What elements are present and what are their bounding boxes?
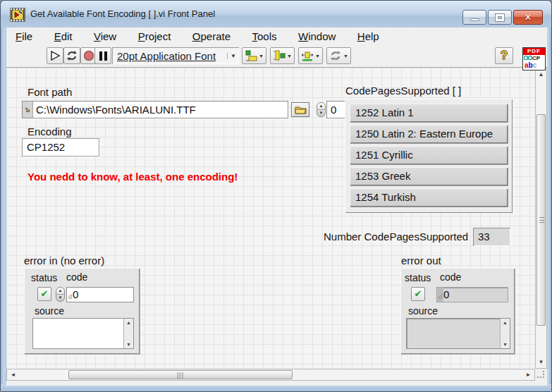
menu-file[interactable]: File bbox=[6, 27, 42, 46]
client-area: File Edit View Project Operate Tools Win… bbox=[6, 27, 547, 386]
scroll-down-icon[interactable]: ▼ bbox=[124, 342, 133, 347]
menu-help[interactable]: Help bbox=[348, 27, 388, 46]
codepage-item[interactable]: 1254 Turkish bbox=[350, 188, 508, 207]
front-panel: Font path ъ C:\Windows\Fonts\ARIALUNI.TT… bbox=[6, 68, 547, 386]
check-icon: ✔ bbox=[41, 288, 49, 299]
menu-window[interactable]: Window bbox=[289, 27, 345, 46]
number-codepages-label: Number CodePagesSupported bbox=[324, 231, 468, 243]
font-path-value[interactable]: C:\Windows\Fonts\ARIALUNI.TTF bbox=[33, 102, 288, 118]
menu-operate[interactable]: Operate bbox=[183, 27, 240, 46]
codepages-array: 1252 Latin 1 1250 Latin 2: Eastern Europ… bbox=[345, 99, 513, 213]
panel-grid: Font path ъ C:\Windows\Fonts\ARIALUNI.TT… bbox=[6, 68, 535, 369]
code-label: code bbox=[66, 271, 87, 283]
pause-button[interactable] bbox=[94, 47, 111, 64]
run-button[interactable] bbox=[47, 47, 63, 64]
code-stepper[interactable]: ▲ ▼ bbox=[56, 287, 65, 302]
encoding-field[interactable]: CP1252 bbox=[22, 138, 99, 157]
menu-view[interactable]: View bbox=[85, 27, 125, 46]
glasses-icon bbox=[524, 55, 532, 61]
codepage-item[interactable]: 1253 Greek bbox=[350, 167, 508, 185]
chevron-down-icon: ▼ bbox=[227, 53, 239, 59]
vertical-scrollbar[interactable]: ▲ ▼ bbox=[535, 68, 547, 369]
status-label: status bbox=[31, 272, 57, 283]
status-label: status bbox=[405, 272, 431, 283]
increment-icon[interactable]: ▲ bbox=[56, 288, 64, 295]
toolbar: 20pt Application Font ▼ ▼ ▼ bbox=[6, 46, 547, 68]
code-indicator: d 0 bbox=[436, 287, 508, 302]
pause-icon bbox=[99, 51, 107, 61]
scroll-up-icon[interactable]: ▲ bbox=[124, 320, 133, 325]
panel-bottom-strip bbox=[6, 381, 547, 386]
scroll-down-icon[interactable]: ▼ bbox=[501, 342, 510, 347]
radix-label: d bbox=[67, 286, 73, 304]
font-path-control[interactable]: ъ C:\Windows\Fonts\ARIALUNI.TTF bbox=[22, 101, 288, 118]
code-label: code bbox=[440, 271, 461, 283]
horizontal-scrollbar[interactable]: ◄ ||| ► bbox=[6, 369, 535, 381]
warning-text: You nedd to know, at least, one encoding… bbox=[27, 171, 238, 183]
abort-icon bbox=[82, 49, 95, 62]
window-border-left bbox=[1, 27, 6, 391]
source-scrollbar[interactable]: ▲ ▼ bbox=[123, 319, 133, 348]
scroll-right-icon[interactable]: ► bbox=[523, 369, 534, 380]
thumb-grip bbox=[539, 217, 544, 223]
codepage-item[interactable]: 1250 Latin 2: Eastern Europe bbox=[350, 125, 508, 143]
codepage-item[interactable]: 1251 Cyrillic bbox=[350, 146, 508, 164]
menu-bar: File Edit View Project Operate Tools Win… bbox=[6, 27, 547, 46]
close-button[interactable]: ✕ bbox=[513, 10, 543, 25]
source-scrollbar[interactable]: ▲ ▼ bbox=[500, 319, 510, 348]
context-help-button[interactable]: ? bbox=[495, 47, 513, 64]
status-indicator: ✔ bbox=[411, 287, 425, 301]
reorder-objects-button[interactable]: ▼ bbox=[326, 47, 351, 64]
browse-button[interactable] bbox=[291, 102, 309, 117]
codepage-item[interactable]: 1252 Latin 1 bbox=[350, 104, 508, 122]
error-in-label: error in (no error) bbox=[24, 255, 104, 267]
code-field[interactable]: d 0 bbox=[66, 287, 134, 302]
increment-icon[interactable]: ▲ bbox=[317, 103, 325, 110]
vertical-scrollbar-thumb[interactable] bbox=[536, 114, 546, 326]
window-title: Get Available Font Encoding [ ].vi Front… bbox=[30, 1, 215, 27]
source-label: source bbox=[408, 305, 438, 317]
minimize-icon bbox=[470, 18, 479, 21]
source-indicator: ▲ ▼ bbox=[406, 318, 510, 349]
chevron-down-icon: ▼ bbox=[259, 54, 264, 59]
array-index-value[interactable]: 0 bbox=[326, 101, 345, 118]
scroll-left-icon[interactable]: ◄ bbox=[8, 369, 18, 380]
decrement-icon[interactable]: ▼ bbox=[56, 295, 64, 301]
resize-objects-button[interactable]: ▼ bbox=[298, 47, 323, 64]
decrement-icon[interactable]: ▼ bbox=[317, 110, 325, 116]
vi-front-panel-window: Get Available Font Encoding [ ].vi Front… bbox=[0, 0, 552, 392]
scroll-up-icon[interactable]: ▲ bbox=[536, 69, 546, 80]
font-path-label: Font path bbox=[27, 86, 72, 98]
thumb-grip: ||| bbox=[177, 372, 184, 379]
align-objects-button[interactable]: ▼ bbox=[242, 47, 266, 64]
radix-label: d bbox=[437, 288, 443, 302]
error-out-cluster: status code ✔ d 0 source ▲ ▼ bbox=[400, 268, 515, 354]
code-value: 0 bbox=[443, 288, 449, 302]
maximize-button[interactable] bbox=[488, 10, 512, 25]
chevron-down-icon: ▼ bbox=[343, 54, 348, 59]
source-field[interactable]: ▲ ▼ bbox=[32, 318, 134, 349]
scroll-up-icon[interactable]: ▲ bbox=[501, 320, 510, 325]
vi-thumbnail-icon[interactable]: PDF CP abc bbox=[522, 47, 546, 71]
menu-edit[interactable]: Edit bbox=[45, 27, 82, 46]
error-in-cluster: status code ✔ ▲ ▼ d 0 source bbox=[24, 268, 140, 354]
titlebar: Get Available Font Encoding [ ].vi Front… bbox=[1, 1, 551, 27]
scroll-down-icon[interactable]: ▼ bbox=[536, 357, 546, 367]
distribute-objects-button[interactable]: ▼ bbox=[270, 47, 295, 64]
run-continuous-button[interactable] bbox=[63, 47, 80, 64]
vi-icon-cp-label: CP bbox=[532, 55, 540, 61]
number-codepages-value: 33 bbox=[473, 228, 510, 246]
source-label: source bbox=[35, 305, 64, 317]
horizontal-scrollbar-thumb[interactable]: ||| bbox=[68, 370, 293, 379]
menu-project[interactable]: Project bbox=[129, 27, 180, 46]
resize-grip[interactable] bbox=[535, 369, 547, 381]
menu-tools[interactable]: Tools bbox=[243, 27, 286, 46]
status-checkbox[interactable]: ✔ bbox=[37, 287, 51, 301]
resize-objects-icon bbox=[301, 50, 314, 61]
font-selector[interactable]: 20pt Application Font ▼ bbox=[112, 47, 239, 64]
array-index-stepper[interactable]: ▲ ▼ bbox=[317, 102, 326, 117]
code-value: 0 bbox=[73, 288, 78, 302]
check-icon: ✔ bbox=[415, 288, 422, 299]
path-type-icon: ъ bbox=[23, 102, 33, 118]
minimize-button[interactable] bbox=[462, 10, 486, 25]
